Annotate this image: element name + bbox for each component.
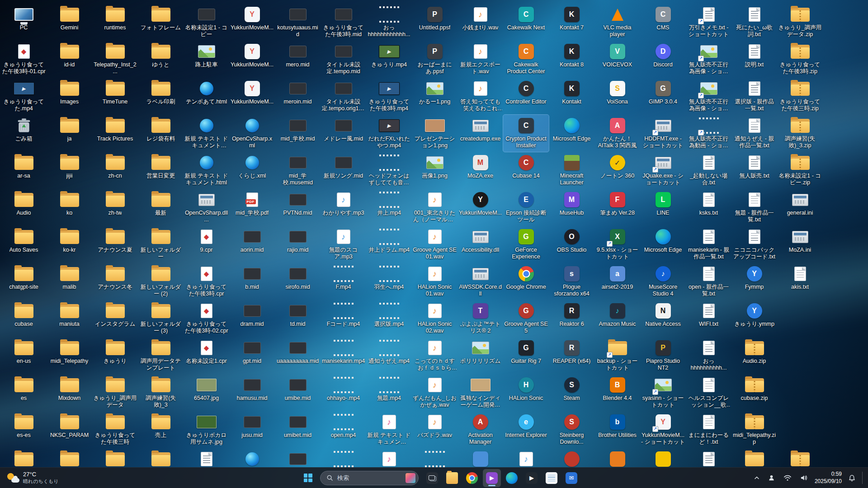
desktop-icon[interactable]: 無題.mp4 xyxy=(366,374,412,411)
desktop-icon[interactable]: だれだFXいれたやつ.mp4 xyxy=(366,115,412,152)
desktop-icon[interactable]: ニコニコバックアップコード.txt xyxy=(731,226,777,263)
desktop-icon[interactable]: manisekarin.mp4 xyxy=(321,337,366,374)
desktop-icon[interactable]: ♪Amazon Music xyxy=(594,300,640,337)
desktop-icon[interactable]: runtimes xyxy=(92,4,138,41)
desktop-icon[interactable]: インスタグラム xyxy=(92,300,138,337)
desktop-icon[interactable]: 井上.mp4 xyxy=(366,189,412,226)
desktop-icon[interactable]: CCubase 14 xyxy=(503,152,549,189)
desktop-icon[interactable]: Mixdown xyxy=(47,374,92,411)
desktop-icon[interactable]: kotusytuaaus.mid xyxy=(275,4,321,41)
desktop-icon[interactable]: 無人販売.txt xyxy=(731,152,777,189)
desktop-icon[interactable]: b.mid xyxy=(229,263,275,300)
desktop-icon[interactable]: ↗無人販売不正行為画像 - ショートカッ... xyxy=(686,41,731,78)
desktop-icon[interactable]: midi_Telepathy xyxy=(47,337,92,374)
desktop-icon[interactable]: 新規ソング.mid xyxy=(321,152,366,189)
volume-tray-button[interactable] xyxy=(798,473,810,483)
desktop-icon[interactable]: GGIMP 3.0.4 xyxy=(640,78,686,115)
desktop-icon[interactable]: general.ini xyxy=(777,189,823,226)
desktop-icon[interactable]: hamusu.mid xyxy=(229,374,275,411)
desktop-icon[interactable]: レジ袋有料 xyxy=(138,115,184,152)
weather-widget[interactable]: 27°C 晴れのちくもり xyxy=(2,469,64,487)
desktop-icon[interactable]: OpenCvSharp.dll... xyxy=(184,189,229,226)
desktop-icon[interactable]: ◆きゅうり食ってた午後3時.cpr xyxy=(184,263,229,300)
desktop-icon[interactable]: dram.mid xyxy=(229,300,275,337)
notepad-icon[interactable] xyxy=(542,469,561,487)
desktop-icon[interactable]: CController Editor xyxy=(503,78,549,115)
desktop-icon[interactable]: PDFmid_学校.pdf xyxy=(229,189,275,226)
desktop-icon[interactable]: きゅうり_調声用データ.zip xyxy=(777,4,823,41)
desktop-icon[interactable]: ♪新規エクスポート.wav xyxy=(458,41,503,78)
desktop-icon[interactable]: bBrother Utilities xyxy=(594,411,640,448)
desktop-icon[interactable]: きゅうり食ってた.mp4 xyxy=(1,78,47,115)
desktop-icon[interactable]: ↗無人販売不正行為動画 - ショートカット xyxy=(686,115,731,152)
desktop-icon[interactable]: mero.mid xyxy=(275,41,321,78)
desktop-icon[interactable]: ヘッドフォンはずしてても音が聞く.mp4 xyxy=(366,152,412,189)
desktop-icon[interactable]: ko xyxy=(47,189,92,226)
desktop-icon[interactable]: 画像1.png xyxy=(412,152,458,189)
desktop-icon[interactable]: ♪わかりやす.mp3 xyxy=(321,189,366,226)
desktop-icon[interactable]: きゅうり食ってた午後3時.mid xyxy=(321,4,366,41)
desktop-icon[interactable]: CCMS xyxy=(640,4,686,41)
desktop-icon[interactable]: 新規 テキスト ドキュメント (2).html xyxy=(184,115,229,152)
desktop-icon[interactable]: ゆうと xyxy=(138,41,184,78)
desktop-icon[interactable]: きゅうり_調声用データ xyxy=(92,374,138,411)
desktop-icon[interactable]: ◆名称未設定1.cpr xyxy=(184,337,229,374)
desktop-icon[interactable]: ↗JQuake.exe - ショートカット xyxy=(640,152,686,189)
desktop-icon[interactable]: PPiapro Studio NT2 xyxy=(640,337,686,374)
desktop-icon[interactable]: KKontakt 7 xyxy=(549,4,594,41)
desktop-icon[interactable]: WIFI.txt xyxy=(686,300,731,337)
desktop-icon[interactable]: MMoZA.exe xyxy=(458,152,503,189)
desktop-icon[interactable]: GGroove Agent SE 5 xyxy=(503,300,549,337)
desktop-icon[interactable]: rajio.mid xyxy=(275,226,321,263)
desktop-icon[interactable]: ♪ずんだもん_しおかぜぁ.wav xyxy=(412,374,458,411)
desktop-icon[interactable]: ja xyxy=(47,115,92,152)
chrome-icon[interactable] xyxy=(463,469,481,487)
desktop-icon[interactable]: ♪新規 テキスト ドキュメント.musicxml xyxy=(366,411,412,448)
desktop-icon[interactable]: sirofo.mid xyxy=(275,263,321,300)
desktop-icon[interactable]: YYukkuriMovieM... xyxy=(229,78,275,115)
desktop-icon[interactable]: VLC media player xyxy=(594,4,640,41)
desktop-icon[interactable]: jusu.mid xyxy=(229,411,275,448)
desktop-icon[interactable]: ごみ箱 xyxy=(1,115,47,152)
desktop-icon[interactable]: maniuta xyxy=(47,300,92,337)
desktop-icon[interactable]: mid_学校.mid xyxy=(275,115,321,152)
desktop-icon[interactable]: 通知うぜえ - 親作品一覧.txt xyxy=(731,115,777,152)
start-button[interactable] xyxy=(298,469,317,488)
media-player-icon[interactable]: ▶ xyxy=(523,469,541,487)
desktop-icon[interactable]: RREAPER (x64) xyxy=(549,337,594,374)
desktop-icon[interactable]: mid_学校.musemid xyxy=(275,152,321,189)
desktop-icon[interactable]: DDiscord xyxy=(640,41,686,78)
desktop-icon[interactable]: きゅうり食ってた午後3時.mp4 xyxy=(366,78,412,115)
desktop-icon[interactable]: CCakewalk Product Center xyxy=(503,41,549,78)
desktop-icon[interactable]: くらじ.xml xyxy=(229,152,275,189)
desktop-icon[interactable]: ko-kr xyxy=(47,226,92,263)
desktop-icon[interactable]: 孤独なインディーゲーム開発者の一生... xyxy=(458,374,503,411)
desktop-icon[interactable]: きゅうりボカロ用サムネ.jpg xyxy=(184,411,229,448)
desktop-icon[interactable]: ✓ノートン 360 xyxy=(594,152,640,189)
desktop-icon[interactable]: SSteam xyxy=(549,374,594,411)
mail-icon[interactable]: ✉ xyxy=(562,469,580,487)
desktop-icon[interactable]: cubase.zip xyxy=(731,374,777,411)
desktop-icon[interactable]: zh-cn xyxy=(92,152,138,189)
desktop-icon[interactable]: gpt.mid xyxy=(229,337,275,374)
desktop-icon[interactable]: es-es xyxy=(1,411,47,448)
desktop-icon[interactable]: SVoiSona xyxy=(594,78,640,115)
notification-bell-button[interactable] xyxy=(847,473,857,483)
desktop-icon[interactable]: ↗backup - ショートカット xyxy=(594,337,640,374)
desktop-icon[interactable]: akis.txt xyxy=(777,263,823,300)
desktop-icon[interactable]: 羽生へ.mp4 xyxy=(366,263,412,300)
desktop-icon[interactable]: まにまにわーるど！.txt xyxy=(686,411,731,448)
desktop-icon[interactable]: 死にたい_ω歌詞.txt xyxy=(731,4,777,41)
desktop-icon[interactable]: PC xyxy=(1,4,47,41)
desktop-icon[interactable]: VVOICEVOX xyxy=(594,41,640,78)
desktop-icon[interactable]: AWSSDK.Core.dll xyxy=(458,263,503,300)
desktop-icon[interactable]: ♪Groove Agent SE 01.wav xyxy=(412,226,458,263)
taskbar-clock[interactable]: 0:59 2025/09/10 xyxy=(815,471,842,485)
desktop-icon[interactable]: TimeTune xyxy=(92,78,138,115)
desktop-icon[interactable]: YFymmp xyxy=(731,263,777,300)
desktop-icon[interactable]: Telepathy_Inst_2... xyxy=(92,41,138,78)
desktop-icon[interactable]: 最新 xyxy=(138,189,184,226)
desktop-icon[interactable]: Pおーばーまにあ.ppsf xyxy=(412,41,458,78)
desktop-icon[interactable]: ◆きゅうり食ってた午後3時-02.cpr xyxy=(184,300,229,337)
desktop-icon[interactable]: td.mid xyxy=(275,300,321,337)
